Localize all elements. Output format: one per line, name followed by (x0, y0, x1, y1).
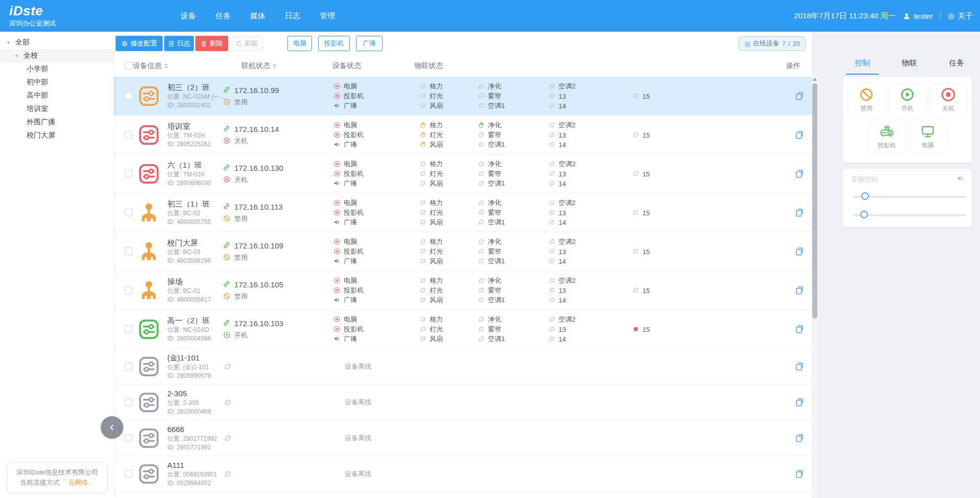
sort-icon[interactable] (273, 63, 277, 69)
filter-broadcast-button[interactable]: 广播 (356, 36, 383, 51)
tree-item-高中部[interactable]: 高中部 (0, 89, 114, 102)
copy-button[interactable] (794, 433, 805, 443)
nav-log[interactable]: 日志 (278, 11, 307, 21)
device-row-6[interactable]: 操场位置: BC-01ID: 4900005617172.16.10.105禁用… (114, 271, 812, 310)
row-checkbox[interactable] (125, 247, 132, 255)
col-header-link-status[interactable]: 联机状态 (241, 61, 277, 71)
delete-button[interactable]: 删除 (195, 36, 228, 51)
broken-icon (548, 297, 555, 304)
copy-button[interactable] (794, 324, 805, 334)
broken-icon (478, 326, 485, 333)
tree-item-校门大屏[interactable]: 校门大屏 (0, 129, 114, 142)
sort-icon[interactable] (164, 63, 168, 69)
company-info-box: 深圳iDste信息技术有限公司 当前连接方式 「云网络」 (7, 462, 107, 493)
device-id: ID: 2805990579 (167, 372, 211, 380)
slider-handle[interactable] (860, 211, 868, 218)
filter-projector-button[interactable]: 投影机 (318, 36, 350, 51)
nav-media[interactable]: 媒体 (243, 11, 272, 21)
row-checkbox[interactable] (125, 434, 132, 442)
iot-status-item: 15 (632, 130, 650, 140)
nav-manage[interactable]: 管理 (313, 11, 342, 21)
iot-status-item: 窗帘 (478, 246, 505, 256)
iot-status-item: 风扇 (419, 217, 443, 227)
volume-2-slider[interactable] (853, 211, 966, 219)
copy-button[interactable] (794, 397, 805, 408)
device-row-9[interactable]: 2-305位置: 2-305ID: 2810000469设备离线 (114, 384, 812, 420)
row-checkbox[interactable] (125, 170, 132, 177)
tree-item-全校[interactable]: ▾全校 (0, 49, 114, 62)
iot-status-item: 格力 (419, 159, 443, 169)
tree-item-培训室[interactable]: 培训室 (0, 102, 114, 116)
device-row-7[interactable]: 高一（2）班位置: NC-02ADID: 2800004086172.16.10… (114, 310, 812, 349)
select-all-checkbox[interactable] (125, 62, 132, 70)
record-icon (333, 161, 341, 168)
scroll-up-arrow-icon[interactable] (813, 78, 817, 81)
row-checkbox[interactable] (125, 131, 132, 139)
copy-button[interactable] (794, 208, 805, 218)
sidebar-collapse-button[interactable] (101, 416, 123, 439)
refresh-button[interactable]: 刷新 (230, 36, 263, 51)
tree-item-小学部[interactable]: 小学部 (0, 62, 114, 76)
copy-button[interactable] (794, 91, 805, 101)
control-ban-button[interactable]: 禁用 (848, 83, 885, 117)
table-scrollbar[interactable] (812, 76, 818, 498)
filter-computer-button[interactable]: 电脑 (287, 36, 312, 51)
tree-item-全部[interactable]: ▾全部 (0, 36, 114, 49)
device-row-11[interactable]: A111位置: 0069293901ID: 0029984002设备离线 (114, 456, 812, 492)
row-checkbox[interactable] (125, 286, 132, 294)
volume-1-slider[interactable] (853, 192, 966, 200)
copy-button[interactable] (794, 246, 805, 257)
copy-button[interactable] (794, 361, 805, 372)
user-menu[interactable]: tester (903, 12, 933, 20)
control-monitor-button[interactable]: 电脑 (909, 120, 947, 153)
col-header-device-info[interactable]: 设备信息 (133, 61, 168, 71)
device-row-3[interactable]: 六（1）班位置: TM-02AID: 2800606030172.16.10.1… (114, 154, 812, 193)
tab-control[interactable]: 控制 (839, 57, 886, 73)
device-status-item: 投影机 (333, 169, 364, 178)
iot-status-item: 14 (548, 140, 575, 149)
device-row-1[interactable]: 初三（2）班位置: NC-02AM (一...ID: 2800002401172… (114, 77, 812, 116)
record-icon (223, 176, 231, 184)
row-checkbox[interactable] (125, 209, 132, 216)
broken-icon (548, 83, 555, 90)
cloud-network-link[interactable]: 「云网络」 (61, 479, 95, 486)
control-projector-button[interactable]: 投影机 (868, 120, 906, 153)
row-checkbox[interactable] (125, 92, 132, 100)
device-row-2[interactable]: 培训室位置: TM-02HID: 2805225261172.16.10.14关… (114, 116, 812, 154)
device-row-4[interactable]: 初三（1）班位置: BC-02ID: 4000005755172.16.10.1… (114, 193, 812, 232)
tree-item-初中部[interactable]: 初中部 (0, 76, 114, 89)
control-play-button[interactable]: 开机 (888, 83, 926, 117)
iot-status-item: 净化 (478, 198, 505, 208)
row-checkbox[interactable] (125, 325, 132, 333)
panel-tabs: 控制物联任务 (839, 57, 980, 73)
about-link[interactable]: ◎ 关于 (948, 11, 973, 21)
volume-icon[interactable] (956, 174, 965, 183)
row-checkbox[interactable] (125, 363, 132, 370)
tab-iot[interactable]: 物联 (886, 57, 933, 73)
modify-config-button[interactable]: 修改配置 (116, 36, 163, 51)
copy-button[interactable] (794, 169, 805, 179)
nav-device[interactable]: 设备 (174, 11, 203, 21)
row-checkbox[interactable] (125, 470, 132, 478)
device-row-8[interactable]: (金)1-101位置: (金)1-101ID: 2805990579设备离线 (114, 349, 812, 384)
tab-task[interactable]: 任务 (933, 57, 980, 73)
broken-icon (419, 287, 427, 294)
device-row-10[interactable]: 6666位置: 2801771992ID: 2801771992设备离线 (114, 420, 812, 456)
copy-button[interactable] (794, 469, 805, 479)
control-stop-button[interactable]: 关机 (929, 83, 967, 117)
caret-down-icon[interactable]: ▾ (7, 40, 12, 45)
log-button[interactable]: 日志 (164, 36, 194, 51)
slider-handle[interactable] (861, 192, 869, 200)
caret-down-icon[interactable]: ▾ (15, 53, 20, 58)
sliders-device-icon (138, 85, 160, 107)
nav-task[interactable]: 任务 (209, 11, 237, 21)
broken-icon (548, 238, 555, 245)
device-row-5[interactable]: 校门大屏位置: BC-03ID: 4803598196172.16.10.109… (114, 232, 812, 271)
online-devices-badge[interactable]: ◎ 在线设备 7 / 20 (739, 36, 806, 51)
copy-button[interactable] (794, 130, 805, 140)
copy-button[interactable] (794, 285, 805, 296)
dot-icon (632, 326, 639, 333)
tree-item-外围广播[interactable]: 外围广播 (0, 116, 114, 129)
row-checkbox[interactable] (125, 398, 132, 406)
scrollbar-thumb[interactable] (812, 83, 817, 319)
